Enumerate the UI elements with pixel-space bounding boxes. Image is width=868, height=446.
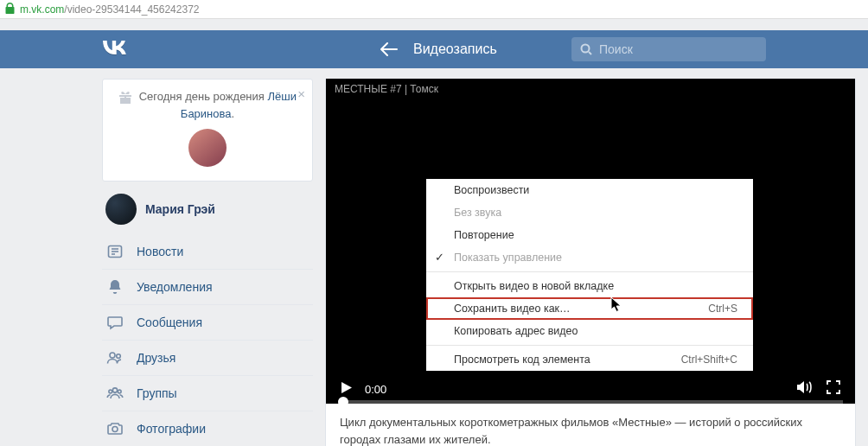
search-placeholder: Поиск [599, 42, 633, 56]
vk-logo-icon[interactable] [102, 41, 128, 58]
birthday-card: × Сегодня день рождения Лёши Баринова. [102, 79, 313, 182]
birthday-avatar[interactable] [188, 129, 227, 167]
nav-label: Новости [137, 245, 183, 258]
menu-item-label: Повторение [454, 229, 514, 241]
nav-label: Сообщения [137, 315, 202, 329]
nav-friends[interactable]: Друзья [102, 340, 313, 375]
context-menu-item[interactable]: Повторение [426, 224, 753, 246]
svg-point-11 [112, 427, 118, 432]
page-title: Видеозапись [413, 41, 497, 57]
context-menu: ВоспроизвестиБез звукаПовторение✓Показат… [426, 179, 753, 371]
context-menu-item[interactable]: Открыть видео в новой вкладке [426, 275, 753, 297]
back-arrow-icon[interactable] [380, 42, 398, 56]
nav-label: Друзья [137, 351, 176, 365]
nav-groups[interactable]: Группы [102, 375, 313, 411]
bell-icon [105, 278, 124, 296]
svg-point-7 [117, 354, 121, 359]
svg-point-9 [109, 390, 112, 393]
context-menu-item[interactable]: Воспроизвести [426, 179, 753, 201]
volume-icon[interactable] [796, 379, 814, 398]
menu-item-label: Сохранить видео как… [454, 303, 571, 315]
nav-list: Новости Уведомления Сообщения Друзья [102, 233, 313, 446]
context-menu-separator [426, 345, 753, 346]
birthday-suffix: . [232, 107, 235, 120]
profile-row[interactable]: Мария Грэй [102, 182, 313, 233]
camera-icon [105, 420, 124, 437]
birthday-prefix: Сегодня день рождения [139, 90, 268, 103]
search-icon [580, 43, 592, 55]
svg-point-6 [110, 353, 115, 358]
context-menu-item[interactable]: Копировать адрес видео [426, 320, 753, 342]
nav-notifications[interactable]: Уведомления [102, 269, 313, 304]
video-title: МЕСТНЫЕ #7 | Томск [326, 79, 855, 99]
play-icon[interactable] [340, 381, 353, 398]
lock-icon [5, 3, 15, 16]
svg-point-10 [118, 390, 121, 393]
svg-point-8 [112, 388, 117, 392]
progress-bar[interactable] [338, 400, 843, 404]
groups-icon [105, 385, 124, 402]
nav-label: Фотографии [137, 422, 206, 436]
menu-item-label: Копировать адрес видео [454, 325, 578, 337]
svg-point-0 [582, 45, 590, 53]
nav-messages[interactable]: Сообщения [102, 304, 313, 340]
friends-icon [105, 349, 124, 366]
nav-photos[interactable]: Фотографии [102, 411, 313, 446]
menu-item-shortcut: Ctrl+Shift+C [681, 354, 737, 366]
url-host: m.vk.com [20, 3, 64, 16]
browser-url-bar[interactable]: m.vk.com /video-29534144_456242372 [0, 0, 868, 19]
nav-news[interactable]: Новости [102, 233, 313, 269]
search-input[interactable]: Поиск [571, 37, 766, 61]
message-icon [105, 314, 124, 331]
context-menu-item: Без звука [426, 201, 753, 224]
nav-label: Уведомления [137, 280, 213, 294]
gift-icon [118, 91, 132, 105]
menu-item-label: Без звука [454, 207, 501, 219]
video-player[interactable]: ВоспроизвестиБез звукаПовторение✓Показат… [326, 99, 855, 404]
player-controls: 0:00 [326, 374, 855, 404]
menu-item-shortcut: Ctrl+S [708, 303, 737, 315]
close-icon[interactable]: × [297, 85, 305, 105]
sidebar: × Сегодня день рождения Лёши Баринова. М… [102, 79, 313, 446]
newspaper-icon [105, 243, 124, 260]
video-pane: МЕСТНЫЕ #7 | Томск ВоспроизвестиБез звук… [325, 79, 856, 446]
menu-item-label: Открыть видео в новой вкладке [454, 280, 614, 292]
video-description: Цикл документальных короткометражных фил… [326, 404, 855, 446]
vk-topbar: Видеозапись Поиск [0, 30, 868, 68]
nav-label: Группы [137, 386, 177, 400]
player-time: 0:00 [365, 383, 386, 396]
menu-item-label: Показать управление [454, 252, 562, 264]
menu-item-label: Воспроизвести [454, 184, 529, 196]
check-icon: ✓ [435, 251, 444, 264]
context-menu-item[interactable]: Сохранить видео как…Ctrl+S [426, 297, 753, 320]
svg-line-1 [589, 52, 591, 54]
context-menu-item[interactable]: Просмотреть код элементаCtrl+Shift+C [426, 348, 753, 371]
context-menu-separator [426, 271, 753, 272]
progress-knob[interactable] [338, 397, 348, 407]
profile-name: Мария Грэй [145, 202, 215, 216]
url-path: /video-29534144_456242372 [64, 3, 199, 16]
profile-avatar [105, 194, 137, 225]
menu-item-label: Просмотреть код элемента [454, 354, 590, 366]
context-menu-item: ✓Показать управление [426, 246, 753, 269]
fullscreen-icon[interactable] [826, 379, 841, 398]
